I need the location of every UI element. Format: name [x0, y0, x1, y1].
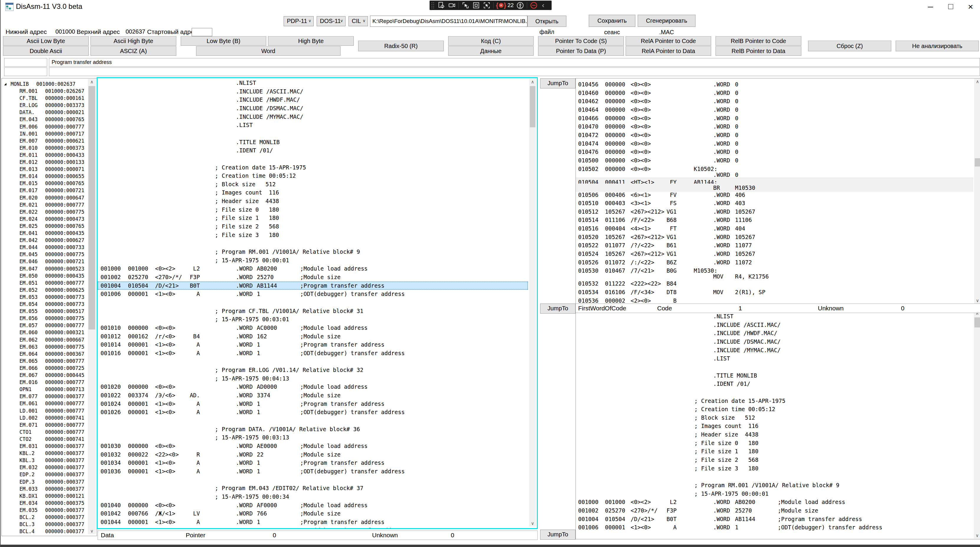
tree-item[interactable]: KBL.2000000:000377	[2, 450, 97, 457]
listing-line[interactable]: ; Creation time 00:05:12	[98, 172, 528, 180]
listing-line[interactable]: 001036000001<1><0>A.WORD1;ODT(debugger) …	[98, 467, 528, 475]
listing-line[interactable]: .IDENT /01/	[576, 380, 973, 388]
listing-line[interactable]: 010522011077/?/<22>B61.WORD11077	[576, 241, 973, 249]
radix50-button[interactable]: Radix-50 (R)	[358, 41, 444, 51]
listing-line[interactable]: 001006000001<1><0>A.WORD1;ODT(debugger) …	[98, 290, 528, 298]
listing-line[interactable]: ; 15-APR-1975 00:00:34	[98, 493, 528, 501]
listing-line[interactable]: ; Images count 116	[576, 422, 973, 430]
os-select[interactable]: DOS-11 ∨	[317, 16, 345, 26]
right-bottom-scrollbar[interactable]: ∧ ∨	[974, 310, 980, 539]
listing-line[interactable]: 010510000403<3><1>FS.WORD403	[576, 199, 973, 207]
tree-item[interactable]: EM.015000000:000765	[2, 180, 97, 187]
listing-line[interactable]: 010536000002<2><0>B	[576, 296, 973, 304]
listing-line[interactable]: 001022003374/Э/<6>AD..WORD3374;Module si…	[98, 391, 528, 399]
drag-handle-icon[interactable]	[431, 2, 434, 9]
tree-item[interactable]: CTO1000000:000777	[2, 429, 97, 436]
tree-item[interactable]: OPN1000000:000713	[2, 386, 97, 393]
listing-line[interactable]: 010460000000<0><0>.WORD0	[576, 89, 973, 97]
listing-line[interactable]: ; Program ER.LOG /V01.14/ Relative block…	[98, 366, 528, 374]
listing-line[interactable]: 001024000001<1><0>A.WORD1;Program transf…	[98, 400, 528, 408]
asciz-button[interactable]: ASCIZ (A)	[91, 46, 176, 56]
listing-line[interactable]: .LIST	[98, 121, 528, 129]
ascii-low-byte-button[interactable]: Ascii Low Byte	[3, 36, 89, 46]
listing-line[interactable]: .INCLUDE /HWDF.MAC/	[98, 95, 528, 104]
jump-to-button-middle[interactable]: JumpTo	[540, 304, 576, 313]
listing-line[interactable]: 001004010504/D/<21>B0T.WORDAB1144;Progra…	[576, 515, 973, 523]
listing-line[interactable]: 010470000000<0><0>.WORD0	[576, 122, 973, 130]
tree-item[interactable]: EM.034000000:000375	[2, 499, 97, 507]
data-button[interactable]: Данные	[448, 46, 534, 56]
listing-line[interactable]	[98, 417, 528, 425]
listing-line[interactable]: 001010000000<0><0>.WORDAC0000;Module loa…	[98, 324, 528, 332]
listing-line[interactable]: 001000001000<0><2>L2.WORDAB0200;Module l…	[576, 498, 973, 506]
listing-line[interactable]: ; Images count 116	[98, 188, 528, 197]
tree-item[interactable]: EM.065000000:000777	[2, 358, 97, 364]
tree-item[interactable]: EM.046000000:000721	[2, 258, 97, 265]
listing-line[interactable]: 010462000000<0><0>.WORD0	[576, 97, 973, 105]
listing-line[interactable]: 001026000001<1><0>A.WORD1;ODT(debugger) …	[98, 408, 528, 416]
tree-item[interactable]: EM.024000000:000473	[2, 215, 97, 223]
listing-line[interactable]: 001006000001<1><0>A.WORD1;ODT(debugger) …	[576, 523, 973, 531]
screen-select-icon[interactable]	[483, 2, 491, 9]
listing-line[interactable]: ; File size 2 568	[98, 222, 528, 231]
listing-line[interactable]: 010456000000<0><0>.WORD0	[576, 80, 973, 88]
listing-line[interactable]: ; 15-APR-1975 00:00:01	[576, 490, 973, 498]
listing-line[interactable]: .INCLUDE /ASCII.MAC/	[576, 321, 973, 329]
listing-line[interactable]: 010466000000<0><0>.WORD0	[576, 114, 973, 122]
tree-item[interactable]: EM.043000000:000765	[2, 116, 97, 123]
tree-item[interactable]: CTO2000000:000741	[2, 436, 97, 443]
listing-line[interactable]: 001016000001<1><0>A.WORD1;ODT(debugger) …	[98, 349, 528, 357]
listing-line[interactable]	[98, 239, 528, 247]
listing-line[interactable]: 010534016106/F/<34>DT8MOV2(R1), SP	[576, 288, 973, 296]
generate-mac-button[interactable]: Сгенерировать .MAC	[638, 15, 695, 27]
right-top-scrollbar-thumb[interactable]	[975, 158, 980, 167]
tree-item[interactable]: EM.016000000:000777	[2, 379, 97, 386]
tree-item[interactable]: EM.047000000:000523	[2, 265, 97, 272]
listing-line[interactable]: ; File size 0 180	[576, 439, 973, 447]
tree-expander-icon[interactable]: ◢	[4, 81, 6, 87]
do-not-disturb-icon[interactable]	[530, 2, 538, 9]
ascii-high-byte-button[interactable]: Ascii High Byte	[91, 36, 176, 46]
listing-line[interactable]: ; Creation date 15-APR-1975	[576, 397, 973, 405]
tree-item[interactable]: EM.050000000:000435	[2, 272, 97, 279]
listing-line[interactable]: ; 15-APR-1975 00:03:13	[98, 433, 528, 442]
listing-line[interactable]	[576, 363, 973, 371]
tree-item[interactable]: EM.054000000:000773	[2, 301, 97, 308]
listing-line[interactable]: 001042000766/Ж/<1>LV.WORD766;Module size	[98, 509, 528, 518]
listing-line[interactable]: ; Program RM.001 /V1001A/ Relative block…	[576, 481, 973, 489]
tree-item[interactable]: EM.011000000:000433	[2, 151, 97, 159]
tree-item[interactable]: RM.001001000:026267	[2, 87, 97, 95]
listing-line[interactable]: ; 15-APR-1975 00:03:01	[98, 315, 528, 323]
listing-line[interactable]: ; Creation date 15-APR-1975	[98, 163, 528, 172]
tree-item[interactable]: EM.062000000:000667	[2, 336, 97, 343]
listing-line[interactable]: ; Program CF.TBL /V1001A/ Relative block…	[98, 307, 528, 315]
listing-line[interactable]: 001012000162/r/<0>B4.WORD162;Module size	[98, 332, 528, 340]
tree-item[interactable]: EM.064000000:000367	[2, 350, 97, 358]
listing-line[interactable]: .INCLUDE /DSMAC.MAC/	[98, 104, 528, 112]
tree-item[interactable]: EM.021000000:000777	[2, 201, 97, 208]
tree-item[interactable]: CF.TBL000000:000161	[2, 95, 97, 102]
tree-item[interactable]: IN.001000000:000717	[2, 130, 97, 137]
listing-line[interactable]: 010474000000<0><0>.WORD0	[576, 139, 973, 148]
scroll-down-icon[interactable]: ∨	[974, 298, 980, 303]
tree-item[interactable]: EM.035000000:000377	[2, 507, 97, 514]
listing-line[interactable]	[98, 357, 528, 366]
tree-item[interactable]: EM.071000000:000777	[2, 421, 97, 429]
tree-item[interactable]: EM.012000000:000133	[2, 159, 97, 165]
rela-pointer-to-code-button[interactable]: RelA Pointer to Code	[625, 36, 711, 46]
file-path-input[interactable]: K:\Repo\ForDebug\DisAsm\DOS11\10.01A\MON…	[370, 16, 527, 27]
center-scrollbar-thumb[interactable]	[530, 86, 535, 127]
tree-item[interactable]: EM.055000000:000517	[2, 308, 97, 315]
listing-line[interactable]	[98, 129, 528, 138]
scroll-down-icon[interactable]: ∨	[88, 528, 96, 534]
listing-line[interactable]	[98, 155, 528, 163]
open-file-button[interactable]: Открыть файл	[527, 16, 566, 27]
tree-item[interactable]: ER.LOG000000:003373	[2, 102, 97, 109]
tree-item[interactable]: EM.057000000:000777	[2, 322, 97, 329]
maximize-button[interactable]	[940, 0, 961, 13]
rela-pointer-to-data-button[interactable]: RelA Pointer to Data	[625, 46, 711, 56]
format-select[interactable]: CIL ∨	[348, 16, 368, 26]
listing-line[interactable]: ; Program RM.001 /V1001A/ Relative block…	[98, 248, 528, 256]
listing-line[interactable]: .NLIST	[98, 79, 528, 87]
capture-document-icon[interactable]	[437, 2, 445, 9]
